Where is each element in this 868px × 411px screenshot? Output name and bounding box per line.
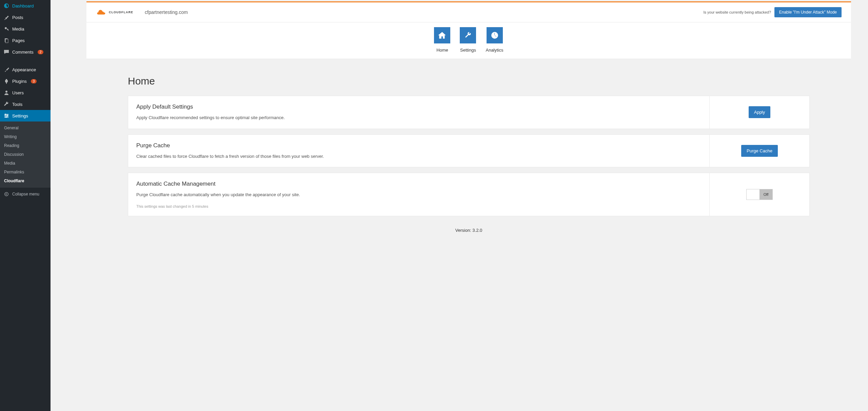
card-auto-cache: Automatic Cache Management Purge Cloudfl…: [128, 173, 810, 216]
home-icon: [434, 27, 450, 43]
submenu-media[interactable]: Media: [0, 159, 51, 168]
sidebar-item-label: Posts: [12, 15, 23, 20]
user-icon: [3, 90, 9, 96]
sidebar-item-comments[interactable]: Comments 2: [0, 46, 51, 58]
sidebar-item-label: Pages: [12, 38, 25, 43]
sidebar-item-posts[interactable]: Posts: [0, 12, 51, 23]
card-purge-cache: Purge Cache Clear cached files to force …: [128, 134, 810, 168]
collapse-menu[interactable]: Collapse menu: [0, 187, 51, 201]
svg-point-8: [7, 115, 8, 116]
tab-analytics[interactable]: Analytics: [486, 27, 503, 53]
sidebar-item-label: Users: [12, 90, 24, 95]
svg-rect-2: [5, 39, 8, 43]
card-desc: Clear cached files to force Cloudflare t…: [136, 153, 701, 160]
page-title: Home: [128, 75, 851, 87]
submenu-reading[interactable]: Reading: [0, 141, 51, 150]
card-desc: Purge Cloudflare cache automatically whe…: [136, 191, 701, 198]
media-icon: [3, 26, 9, 32]
card-title: Automatic Cache Management: [136, 181, 701, 187]
sidebar-item-label: Appearance: [12, 67, 36, 72]
sidebar-item-label: Plugins: [12, 79, 27, 84]
cloudflare-logo-icon: [96, 9, 107, 15]
wp-admin-sidebar: Dashboard Posts Media Pages Comments 2 A…: [0, 0, 51, 411]
sidebar-item-dashboard[interactable]: Dashboard: [0, 0, 51, 12]
cards-container: Apply Default Settings Apply Cloudflare …: [86, 96, 851, 216]
auto-cache-toggle[interactable]: Off: [746, 189, 773, 200]
main-content: CLOUDFLARE cfpartnertesting.com Is your …: [51, 0, 868, 411]
pages-icon: [3, 37, 9, 43]
sidebar-item-label: Media: [12, 26, 24, 32]
dashboard-icon: [3, 3, 9, 9]
card-desc: Apply Cloudflare recommended settings to…: [136, 114, 701, 121]
tab-label: Analytics: [486, 48, 503, 53]
version-text: Version: 3.2.0: [86, 228, 851, 233]
svg-point-3: [5, 91, 7, 93]
svg-point-7: [5, 114, 6, 115]
toggle-state: Off: [760, 189, 772, 200]
sidebar-item-appearance[interactable]: Appearance: [0, 64, 51, 75]
toggle-handle: [747, 189, 760, 200]
collapse-icon: [3, 191, 9, 197]
svg-point-10: [5, 192, 8, 196]
card-apply-default: Apply Default Settings Apply Cloudflare …: [128, 96, 810, 129]
cloudflare-topbar: CLOUDFLARE cfpartnertesting.com Is your …: [86, 1, 851, 22]
purge-cache-button[interactable]: Purge Cache: [741, 145, 778, 157]
plugins-badge: 3: [31, 79, 37, 83]
submenu-cloudflare[interactable]: Cloudflare: [0, 176, 51, 185]
pin-icon: [3, 14, 9, 20]
sidebar-item-label: Tools: [12, 102, 22, 107]
comments-badge: 2: [38, 50, 44, 54]
submenu-general[interactable]: General: [0, 124, 51, 132]
sidebar-item-label: Settings: [12, 113, 28, 118]
tab-label: Settings: [460, 48, 476, 53]
domain-name: cfpartnertesting.com: [145, 10, 188, 15]
sidebar-item-label: Comments: [12, 50, 34, 55]
submenu-permalinks[interactable]: Permalinks: [0, 168, 51, 176]
enable-attack-mode-button[interactable]: Enable "I'm Under Attack" Mode: [774, 7, 842, 17]
submenu-writing[interactable]: Writing: [0, 132, 51, 141]
tab-label: Home: [436, 48, 448, 53]
sidebar-item-tools[interactable]: Tools: [0, 98, 51, 110]
sidebar-item-users[interactable]: Users: [0, 87, 51, 98]
sidebar-item-settings[interactable]: Settings: [0, 110, 51, 122]
comment-icon: [3, 49, 9, 55]
card-note: This settings was last changed in 5 minu…: [136, 204, 701, 208]
sidebar-item-pages[interactable]: Pages: [0, 35, 51, 46]
card-title: Purge Cache: [136, 142, 701, 149]
analytics-icon: [487, 27, 503, 43]
tab-settings[interactable]: Settings: [460, 27, 476, 53]
wrench-icon: [460, 27, 476, 43]
card-title: Apply Default Settings: [136, 104, 701, 110]
cloudflare-logo-text: CLOUDFLARE: [109, 11, 133, 14]
wrench-icon: [3, 101, 9, 107]
svg-point-9: [5, 116, 7, 118]
tab-home[interactable]: Home: [434, 27, 450, 53]
cloudflare-logo: CLOUDFLARE: [96, 9, 133, 15]
submenu-discussion[interactable]: Discussion: [0, 150, 51, 159]
sidebar-item-plugins[interactable]: Plugins 3: [0, 75, 51, 87]
collapse-label: Collapse menu: [12, 192, 39, 197]
sliders-icon: [3, 113, 9, 119]
settings-submenu: General Writing Reading Discussion Media…: [0, 122, 51, 187]
svg-point-0: [5, 27, 7, 29]
sidebar-item-media[interactable]: Media: [0, 23, 51, 35]
sidebar-item-label: Dashboard: [12, 3, 34, 8]
apply-button[interactable]: Apply: [749, 106, 771, 118]
cloudflare-tabs: Home Settings Analytics: [86, 22, 851, 59]
brush-icon: [3, 67, 9, 73]
plug-icon: [3, 78, 9, 84]
attack-question: Is your website currently being attacked…: [703, 10, 771, 14]
